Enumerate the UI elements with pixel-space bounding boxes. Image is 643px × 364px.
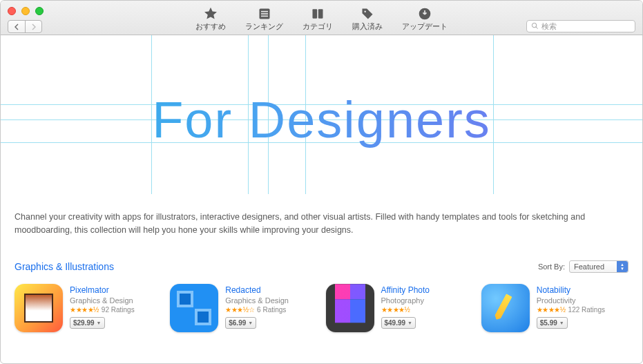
chevron-down-icon: ▼ [248, 320, 253, 325]
app-category: Graphics & Design [70, 296, 135, 305]
toolbar: おすすめ ランキング カテゴリ 購入済み アップデート [195, 4, 448, 32]
price-button[interactable]: $49.99 ▼ [381, 317, 416, 329]
app-name[interactable]: Notability [537, 285, 605, 295]
content-area: For Designers Channel your creativity wi… [1, 35, 642, 364]
section-header: Graphics & Illustrations Sort By: Featur… [1, 245, 642, 278]
price-label: $49.99 [385, 319, 406, 327]
app-name[interactable]: Pixelmator [70, 285, 135, 295]
sort-value: Featured [574, 262, 604, 271]
svg-rect-3 [261, 15, 268, 17]
forward-button[interactable] [25, 21, 41, 32]
app-icon [170, 284, 218, 332]
hero-title: For Designers [1, 90, 642, 149]
close-window-button[interactable] [8, 7, 16, 15]
toolbar-label: ランキング [245, 21, 283, 32]
app-name[interactable]: Affinity Photo [381, 285, 430, 295]
window-titlebar: おすすめ ランキング カテゴリ 購入済み アップデート [1, 1, 642, 35]
chevron-down-icon: ▼ [97, 320, 102, 325]
sort-label: Sort By: [538, 262, 565, 271]
app-card[interactable]: Notability Productivity ★★★★½ 122 Rating… [481, 284, 628, 332]
download-icon [416, 6, 434, 21]
app-grid: Pixelmator Graphics & Design ★★★★½ 92 Ra… [1, 278, 642, 332]
svg-rect-4 [313, 9, 318, 18]
list-icon [256, 6, 273, 21]
app-card[interactable]: Affinity Photo Photography ★★★★½ $49.99 … [326, 284, 473, 332]
toolbar-top-charts[interactable]: ランキング [245, 6, 283, 32]
ratings-count: 122 Ratings [568, 306, 605, 314]
price-button[interactable]: $5.99 ▼ [537, 317, 568, 329]
toolbar-updates[interactable]: アップデート [402, 6, 448, 32]
toolbar-label: おすすめ [195, 21, 226, 32]
app-icon [481, 284, 530, 332]
app-card[interactable]: Pixelmator Graphics & Design ★★★★½ 92 Ra… [15, 284, 162, 332]
ratings-count: 6 Ratings [257, 306, 286, 314]
price-button[interactable]: $6.99 ▼ [225, 317, 256, 329]
select-arrows-icon: ▲▼ [617, 261, 628, 272]
toolbar-categories[interactable]: カテゴリ [303, 6, 333, 32]
price-label: $5.99 [540, 319, 557, 327]
app-card[interactable]: Redacted Graphics & Design ★★★½☆ 6 Ratin… [170, 284, 317, 332]
app-category: Photography [381, 296, 430, 305]
price-label: $6.99 [229, 319, 246, 327]
search-placeholder: 検索 [541, 21, 557, 32]
price-button[interactable]: $29.99 ▼ [70, 317, 105, 329]
toolbar-label: アップデート [402, 21, 448, 32]
collection-description: Channel your creativity with apps for il… [1, 194, 642, 245]
svg-rect-5 [318, 9, 323, 18]
minimize-window-button[interactable] [21, 7, 30, 15]
ratings-count: 92 Ratings [102, 306, 135, 314]
search-input[interactable]: 検索 [526, 20, 635, 32]
window-controls [8, 7, 44, 15]
app-category: Productivity [537, 296, 605, 305]
app-icon [15, 284, 63, 332]
price-label: $29.99 [73, 319, 95, 327]
star-rating: ★★★★½ [70, 306, 99, 314]
app-icon [326, 284, 374, 332]
tag-icon [358, 6, 376, 21]
toolbar-label: カテゴリ [303, 21, 333, 32]
zoom-window-button[interactable] [35, 7, 44, 15]
svg-rect-2 [261, 13, 268, 15]
svg-rect-1 [261, 10, 268, 12]
svg-point-8 [532, 23, 536, 27]
sort-select[interactable]: Featured ▲▼ [569, 260, 628, 273]
chevron-down-icon: ▼ [559, 320, 564, 325]
svg-point-6 [364, 10, 366, 12]
star-icon [202, 6, 220, 21]
section-title[interactable]: Graphics & Illustrations [15, 261, 114, 272]
sort-control: Sort By: Featured ▲▼ [538, 260, 628, 273]
grid-icon [309, 6, 327, 21]
app-name[interactable]: Redacted [225, 285, 289, 295]
star-rating: ★★★½☆ [225, 306, 254, 314]
hero-banner: For Designers [1, 35, 642, 194]
toolbar-featured[interactable]: おすすめ [195, 6, 226, 32]
toolbar-label: 購入済み [352, 21, 383, 32]
nav-back-forward [8, 20, 42, 33]
search-icon [531, 22, 539, 31]
chevron-down-icon: ▼ [407, 320, 412, 325]
star-rating: ★★★★½ [537, 306, 566, 314]
star-rating: ★★★★½ [381, 306, 410, 314]
back-button[interactable] [8, 21, 25, 32]
app-category: Graphics & Design [225, 296, 289, 305]
toolbar-purchased[interactable]: 購入済み [352, 6, 383, 32]
